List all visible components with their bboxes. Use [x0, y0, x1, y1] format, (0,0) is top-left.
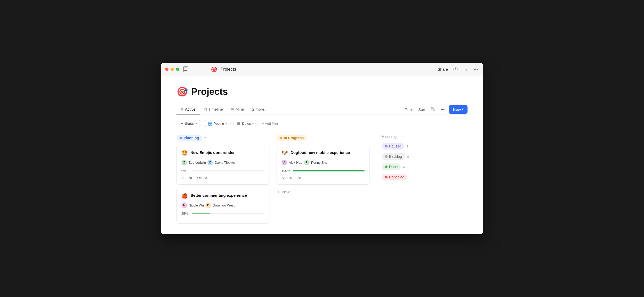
share-button[interactable]: Share	[438, 67, 448, 71]
canceled-badge: Canceled	[382, 174, 407, 180]
hidden-group-backlog[interactable]: Backlog 0	[382, 153, 468, 160]
planning-dot	[180, 137, 182, 139]
card-dates: Sep 26 → Oct 23	[181, 176, 264, 180]
status-filter-label: Status	[185, 122, 195, 126]
paused-label: Paused	[389, 144, 401, 148]
card-title: Better commenting experience	[190, 193, 247, 198]
filter-people[interactable]: 👥 People ▾	[204, 120, 231, 127]
dates-filter-icon: ▦	[237, 121, 240, 126]
filter-dates[interactable]: ▦ Dates ▾	[233, 120, 257, 127]
paused-badge: Paused	[382, 143, 404, 150]
progress-bar-bg	[192, 170, 264, 171]
traffic-lights	[165, 68, 179, 71]
page-title: Projects	[191, 86, 228, 97]
card-title-row: 🍎 Better commenting experience	[181, 193, 264, 199]
card-people: Z Zoe Ludwig D David Tibbitts	[181, 160, 264, 165]
status-filter-chevron-icon: ▾	[196, 122, 197, 125]
avatar: D	[207, 160, 213, 165]
progress-percent: 0%	[181, 169, 189, 173]
tab-actions: Filter Sort 🔍 ••• New ▾	[404, 105, 468, 114]
sidebar-toggle-button[interactable]: ☰	[183, 66, 188, 72]
people-filter-label: People	[214, 122, 224, 126]
tab-more-options-button[interactable]: •••	[439, 106, 446, 113]
planning-label: Planning	[184, 136, 199, 140]
card-title: Dogfood new mobile experience	[291, 150, 350, 155]
inprogress-dot	[280, 137, 282, 139]
add-filter-button[interactable]: + Add filter	[260, 120, 280, 127]
hidden-group-paused[interactable]: Paused 1	[382, 143, 468, 150]
card-emoji: 🐶	[281, 150, 288, 156]
new-button-label: New	[453, 107, 461, 112]
card-emoji: 🤩	[181, 150, 188, 156]
backlog-label: Backlog	[389, 154, 402, 159]
add-card-inprogress-button[interactable]: ＋ New	[277, 188, 289, 196]
card-emoji: 🍎	[181, 193, 188, 199]
column-planning: Planning 2 🤩 New Emojis dont render Z Zo…	[176, 135, 269, 227]
people-filter-chevron-icon: ▾	[226, 122, 227, 125]
fullscreen-button[interactable]	[176, 68, 179, 71]
person-name: Zoe Ludwig	[189, 161, 206, 164]
progress-bar-bg	[293, 170, 365, 171]
add-icon: ＋	[277, 190, 280, 194]
avatar: P	[304, 160, 310, 165]
dates-filter-label: Dates	[242, 122, 251, 126]
column-inprogress: In Progress 1 🐶 Dogfood new mobile exper…	[277, 135, 369, 196]
history-button[interactable]: 🕐	[452, 66, 459, 73]
tab-timeline-label: Timeline	[208, 107, 223, 111]
minimize-button[interactable]	[171, 68, 174, 71]
planning-count: 2	[204, 136, 206, 140]
new-button[interactable]: New ▾	[449, 105, 468, 114]
app-window: ☰ ← → 🎯 Projects Share 🕐 ☆ ••• 🎯 Project…	[161, 63, 483, 234]
tab-active[interactable]: ⊞ Active	[176, 104, 200, 114]
sort-button[interactable]: Sort	[417, 106, 426, 113]
person-name: Penny Shen	[311, 161, 329, 164]
tab-more[interactable]: 2 more...	[248, 104, 272, 114]
more-options-button[interactable]: •••	[473, 66, 479, 72]
add-card-label: New	[282, 190, 289, 194]
star-button[interactable]: ☆	[463, 66, 469, 73]
canceled-count: 0	[409, 175, 411, 179]
hidden-groups-title: Hidden groups	[382, 135, 468, 139]
card-progress: 100%	[281, 169, 365, 173]
hidden-groups-panel: Hidden groups Paused 1 Backlog 0	[377, 135, 468, 184]
forward-button[interactable]: →	[200, 66, 208, 72]
people-filter-icon: 👥	[208, 121, 212, 126]
titlebar-title: Projects	[220, 67, 434, 72]
canceled-label: Canceled	[389, 175, 404, 179]
person-name: Domingo West	[213, 203, 235, 207]
filter-status[interactable]: ✦ Status ▾	[176, 120, 201, 127]
card-better-commenting[interactable]: 🍎 Better commenting experience N Nicole …	[176, 188, 269, 224]
canceled-dot	[385, 176, 388, 178]
hidden-group-done[interactable]: Done 4	[382, 163, 468, 170]
dates-filter-chevron-icon: ▾	[252, 122, 254, 125]
status-filter-icon: ✦	[180, 121, 183, 126]
page-icon: 🎯	[176, 86, 188, 97]
tab-timeline[interactable]: ▤ Timeline	[200, 104, 227, 114]
tab-mine[interactable]: ⊞ Mine	[227, 104, 248, 114]
progress-percent: 100%	[281, 169, 290, 173]
filter-button[interactable]: Filter	[404, 106, 414, 113]
close-button[interactable]	[165, 68, 168, 71]
tabs-bar: ⊞ Active ▤ Timeline ⊞ Mine 2 more... Fil…	[176, 104, 468, 114]
tab-mine-label: Mine	[236, 107, 244, 111]
hidden-group-canceled[interactable]: Canceled 0	[382, 174, 468, 180]
card-dogfood[interactable]: 🐶 Dogfood new mobile experience A Alex H…	[277, 145, 369, 185]
card-new-emojis[interactable]: 🤩 New Emojis dont render Z Zoe Ludwig D …	[176, 145, 269, 185]
titlebar-actions: Share 🕐 ☆ •••	[438, 66, 479, 73]
tab-active-label: Active	[185, 107, 196, 111]
done-badge: Done	[382, 163, 401, 170]
search-button[interactable]: 🔍	[429, 106, 436, 113]
backlog-badge: Backlog	[382, 153, 405, 160]
back-button[interactable]: ←	[191, 66, 199, 72]
main-content: 🎯 Projects ⊞ Active ▤ Timeline ⊞ Mine 2 …	[161, 76, 483, 234]
progress-percent: 25%	[181, 212, 189, 216]
progress-bar-bg	[192, 213, 264, 214]
page-header: 🎯 Projects	[176, 86, 468, 97]
card-title-row: 🤩 New Emojis dont render	[181, 150, 264, 156]
card-people: N Nicole Wu D Domingo West	[181, 202, 264, 208]
person-name: Nicole Wu	[189, 203, 204, 207]
person-name: Alex Hao	[289, 161, 302, 164]
paused-dot	[385, 145, 388, 147]
nav-arrows: ← →	[191, 66, 208, 72]
tab-more-label: 2 more...	[252, 107, 268, 111]
